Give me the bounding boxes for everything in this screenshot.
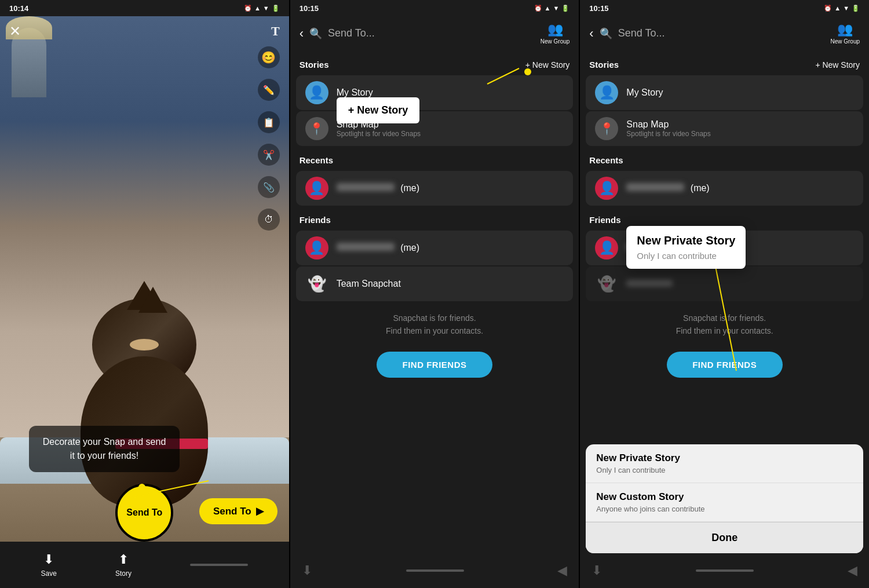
new-group-button-3[interactable]: 👥 New Group — [830, 22, 860, 45]
send-header-3: ‹ 🔍 Send To... 👥 New Group — [580, 16, 869, 50]
story-item[interactable]: ⬆ Story — [115, 552, 132, 578]
home-indicator-2 — [406, 569, 464, 572]
team-snapchat-item-2[interactable]: 👻 Team Snapchat — [296, 266, 574, 301]
friends-footer-3: Snapchat is for friends. Find them in yo… — [580, 302, 869, 347]
cat-figure — [63, 287, 225, 507]
recents-section-header-2: Recents — [290, 152, 579, 170]
friend-me-avatar-3: 👤 — [595, 236, 618, 260]
status-bar-1: 10:14 ⏰ ▲ ▼ 🔋 — [0, 0, 289, 16]
battery-icon-2: 🔋 — [561, 5, 569, 12]
bottom-icon-3: ⬇ — [591, 563, 602, 578]
scissors-tool[interactable]: ✂️ — [258, 144, 280, 166]
alarm-icon-3: ⏰ — [824, 5, 832, 12]
search-placeholder-2[interactable]: Send To... — [328, 27, 535, 39]
blurred-name-5 — [626, 280, 673, 287]
status-icons-2: ⏰ ▲ ▼ 🔋 — [534, 5, 570, 12]
friend-me-text-2: (me) — [337, 243, 564, 253]
cat-face — [130, 339, 159, 350]
friend-me-avatar-2: 👤 — [305, 236, 328, 260]
recent-me-avatar-3: 👤 — [595, 177, 618, 200]
decorate-message: Decorate your Snap and send it to your f… — [29, 426, 180, 472]
my-story-text-2: My Story — [337, 87, 564, 98]
status-icons-3: ⏰ ▲ ▼ 🔋 — [824, 5, 860, 12]
snap-map-avatar-3: 📍 — [595, 117, 618, 140]
find-friends-button-2[interactable]: FIND FRIENDS — [377, 352, 492, 378]
signal-icon: ▲ — [254, 5, 261, 12]
emoji-tool[interactable]: 😊 — [258, 46, 280, 68]
new-private-story-option[interactable]: New Private Story Only I can contribute — [586, 444, 863, 483]
friend-me-item-2[interactable]: 👤 (me) — [296, 231, 574, 265]
search-icon-3: 🔍 — [600, 27, 612, 40]
story-options-dropdown: New Private Story Only I can contribute … — [586, 444, 863, 553]
snap-map-item-3[interactable]: 📍 Snap Map Spotlight is for video Snaps — [586, 111, 863, 146]
new-story-link-3[interactable]: + New Story — [815, 60, 860, 70]
friend-ghost-item-3: 👻 — [586, 266, 863, 301]
signal-icon-3: ▲ — [834, 5, 841, 12]
camera-top-bar: ✕ T — [0, 16, 289, 46]
send-to-button[interactable]: Send To ▶ — [199, 498, 278, 524]
find-friends-button-3[interactable]: FIND FRIENDS — [667, 352, 783, 378]
wifi-icon-3: ▼ — [843, 5, 849, 12]
search-placeholder-3[interactable]: Send To... — [618, 27, 825, 39]
time-1: 10:14 — [9, 4, 28, 13]
save-icon: ⬇ — [43, 552, 54, 567]
status-bar-3: 10:15 ⏰ ▲ ▼ 🔋 — [580, 0, 869, 16]
blurred-name-1 — [337, 183, 395, 191]
send-to-circle[interactable]: Send To — [115, 484, 173, 542]
team-snapchat-text-2: Team Snapchat — [337, 279, 564, 289]
timer-tool[interactable]: ⏱ — [258, 209, 280, 231]
stories-section-header-2: Stories + New Story — [290, 56, 579, 74]
recents-section-header-3: Recents — [580, 152, 869, 170]
new-private-story-tooltip: New Private Story Only I can contribute — [626, 226, 746, 269]
send-to-panel-1: 10:15 ⏰ ▲ ▼ 🔋 ‹ 🔍 Send To... 👥 New Group… — [290, 0, 579, 588]
battery-icon: 🔋 — [272, 5, 280, 12]
new-group-icon-2: 👥 — [547, 22, 563, 37]
new-story-link-2[interactable]: + New Story — [525, 60, 570, 70]
edit-tool[interactable]: ✏️ — [258, 79, 280, 101]
bottom-nav-2: ◀ — [557, 563, 567, 578]
recent-me-text-2: (me) — [337, 183, 564, 193]
send-to-panel-2: 10:15 ⏰ ▲ ▼ 🔋 ‹ 🔍 Send To... 👥 New Group… — [580, 0, 869, 588]
blurred-name-2 — [337, 243, 395, 251]
battery-icon-3: 🔋 — [852, 5, 860, 12]
send-header-2: ‹ 🔍 Send To... 👥 New Group — [290, 16, 579, 50]
new-custom-story-option[interactable]: New Custom Story Anyone who joins can co… — [586, 483, 863, 522]
friends-footer-2: Snapchat is for friends. Find them in yo… — [290, 302, 579, 347]
team-snapchat-avatar-2: 👻 — [305, 272, 328, 295]
snap-map-text-3: Snap Map Spotlight is for video Snaps — [626, 119, 854, 138]
blurred-name-3 — [626, 183, 684, 191]
story-icon: ⬆ — [118, 552, 129, 567]
status-icons-1: ⏰ ▲ ▼ 🔋 — [244, 5, 280, 12]
paperclip-tool[interactable]: 📎 — [258, 176, 280, 198]
home-nav-1 — [190, 564, 248, 566]
alarm-icon-2: ⏰ — [534, 5, 542, 12]
back-button-2[interactable]: ‹ — [300, 26, 304, 41]
bottom-icon-2: ⬇ — [302, 563, 312, 578]
close-button[interactable]: ✕ — [9, 23, 21, 39]
stories-section-header-3: Stories + New Story — [580, 56, 869, 74]
done-button-3[interactable]: Done — [586, 522, 863, 553]
text-tool-button[interactable]: T — [271, 24, 280, 39]
bottom-nav-3: ◀ — [848, 563, 857, 578]
recent-me-item-2[interactable]: 👤 (me) — [296, 171, 574, 206]
my-story-avatar-2: 👤 — [305, 81, 328, 104]
cat-ear-right — [138, 287, 167, 313]
search-icon-2: 🔍 — [309, 27, 322, 40]
camera-panel: 10:14 ⏰ ▲ ▼ 🔋 — [0, 0, 289, 588]
send-bottom-bar-3: ⬇ ◀ — [580, 553, 869, 588]
home-indicator-3 — [696, 569, 754, 572]
ghost-text-3 — [626, 279, 854, 289]
new-group-icon-3: 👥 — [837, 22, 853, 37]
arrow-icon: ▶ — [256, 505, 264, 517]
recent-me-item-3[interactable]: 👤 (me) — [586, 171, 863, 206]
time-2: 10:15 — [300, 4, 319, 13]
back-button-3[interactable]: ‹ — [589, 26, 593, 41]
camera-bottom-bar: ⬇ Save ⬆ Story — [0, 542, 289, 588]
ghost-avatar-3: 👻 — [595, 272, 618, 295]
sticker-tool[interactable]: 📋 — [258, 111, 280, 133]
wifi-icon-2: ▼ — [553, 5, 559, 12]
my-story-item-3[interactable]: 👤 My Story — [586, 75, 863, 110]
save-item[interactable]: ⬇ Save — [41, 552, 57, 578]
new-group-button-2[interactable]: 👥 New Group — [541, 22, 570, 45]
time-3: 10:15 — [589, 4, 608, 13]
